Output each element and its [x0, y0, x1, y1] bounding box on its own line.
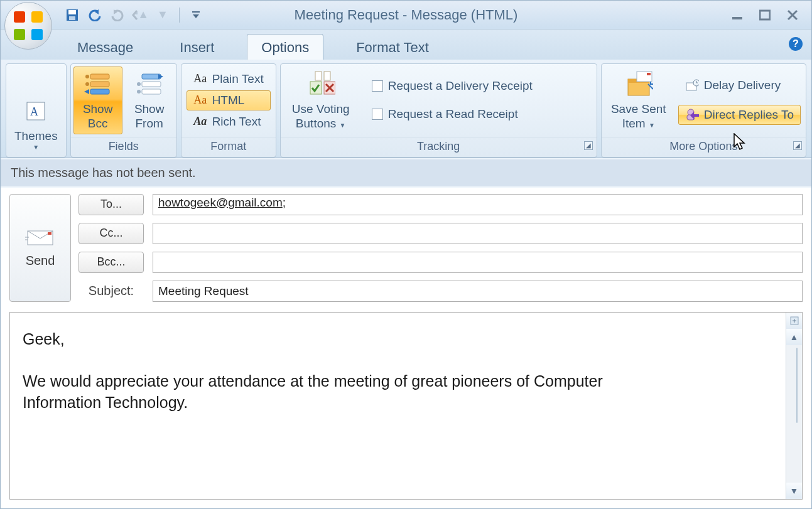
- html-button[interactable]: Aa HTML: [187, 90, 271, 110]
- voting-icon: [306, 70, 335, 99]
- svg-point-13: [85, 75, 89, 78]
- svg-marker-5: [193, 14, 199, 18]
- delay-delivery-label: Delay Delivery: [704, 78, 781, 92]
- direct-replies-to-button[interactable]: Direct Replies To: [678, 105, 801, 125]
- scrollbar-options-icon[interactable]: [786, 313, 802, 329]
- office-logo-icon: [14, 11, 43, 40]
- group-format-label: Format: [181, 137, 276, 157]
- svg-marker-15: [84, 89, 89, 94]
- group-fields: Show Bcc Show From Fields: [70, 63, 177, 158]
- send-envelope-icon: [25, 227, 55, 247]
- request-read-receipt-checkbox[interactable]: Request a Read Receipt: [365, 104, 539, 124]
- delay-delivery-button[interactable]: Delay Delivery: [678, 75, 801, 95]
- direct-replies-icon: [685, 108, 699, 122]
- title-bar: ▲ ▼ Meeting Request - Message (HTML): [1, 1, 811, 29]
- save-sent-icon: [624, 70, 653, 99]
- group-more-options-label: More Options ◢: [602, 137, 806, 157]
- svg-rect-16: [142, 74, 161, 79]
- tab-message[interactable]: Message: [63, 35, 147, 60]
- scroll-thumb[interactable]: [796, 348, 798, 423]
- plain-text-button[interactable]: Aa Plain Text: [187, 69, 271, 89]
- message-body[interactable]: Geek, We would appreciate your attendanc…: [10, 313, 786, 499]
- show-bcc-button[interactable]: Show Bcc: [73, 67, 122, 134]
- help-icon[interactable]: ?: [789, 37, 803, 51]
- save-sent-item-button[interactable]: Save Sent Item ▼: [604, 67, 673, 134]
- request-delivery-receipt-checkbox[interactable]: Request a Delivery Receipt: [365, 76, 539, 96]
- read-receipt-label: Request a Read Receipt: [388, 107, 518, 121]
- to-button[interactable]: To...: [78, 194, 144, 215]
- checkbox-icon: [372, 109, 383, 120]
- group-themes: A Themes ▼: [6, 63, 67, 158]
- html-label: HTML: [212, 94, 245, 107]
- direct-replies-label: Direct Replies To: [704, 108, 794, 122]
- maximize-button[interactable]: [759, 9, 771, 21]
- show-from-button[interactable]: Show From: [125, 67, 174, 134]
- html-icon: Aa: [193, 94, 207, 107]
- message-body-container: Geek, We would appreciate your attendanc…: [9, 312, 803, 500]
- show-bcc-label: Show Bcc: [83, 102, 113, 131]
- bcc-button[interactable]: Bcc...: [78, 252, 144, 273]
- more-options-dialog-launcher[interactable]: ◢: [793, 141, 802, 150]
- svg-rect-6: [732, 17, 742, 19]
- scroll-up-icon[interactable]: ▲: [786, 329, 802, 345]
- ribbon-tabs: Message Insert Options Format Text ?: [1, 29, 811, 60]
- send-button[interactable]: Send: [9, 194, 71, 302]
- prev-item-icon[interactable]: ▲: [131, 6, 149, 24]
- save-sent-label-1: Save Sent: [611, 102, 666, 117]
- subject-field[interactable]: [153, 281, 803, 302]
- rich-text-button[interactable]: Aa Rich Text: [187, 112, 271, 132]
- next-item-icon[interactable]: ▼: [154, 6, 171, 24]
- redo-icon[interactable]: [109, 6, 126, 24]
- body-scrollbar[interactable]: ▲ ▼: [786, 313, 802, 499]
- tab-options[interactable]: Options: [247, 34, 323, 60]
- use-voting-buttons-button[interactable]: Use Voting Buttons ▼: [283, 67, 359, 134]
- tab-insert[interactable]: Insert: [166, 35, 228, 60]
- undo-icon[interactable]: [86, 6, 104, 24]
- voting-label-1: Use Voting: [292, 102, 350, 117]
- to-field[interactable]: howtogeek@gmail.com;: [153, 194, 803, 215]
- group-format: Aa Plain Text Aa HTML Aa Rich Text Forma…: [181, 63, 276, 158]
- delay-delivery-icon: [685, 78, 699, 92]
- scroll-down-icon[interactable]: ▼: [786, 483, 802, 499]
- checkbox-icon: [372, 80, 383, 92]
- plain-text-icon: Aa: [193, 72, 207, 86]
- qat-menu-icon[interactable]: [187, 6, 205, 24]
- svg-rect-2: [69, 16, 75, 20]
- tracking-dialog-launcher[interactable]: ◢: [584, 141, 593, 150]
- show-bcc-icon: [84, 70, 112, 99]
- window-controls: [731, 9, 811, 21]
- svg-rect-17: [142, 82, 161, 87]
- svg-point-14: [85, 82, 89, 86]
- subject-label: Subject:: [78, 284, 144, 298]
- save-icon[interactable]: [63, 6, 81, 24]
- rich-text-label: Rich Text: [212, 115, 261, 129]
- office-button[interactable]: [4, 2, 52, 50]
- body-line-2: We would appreciate your attendance at t…: [23, 371, 682, 414]
- svg-rect-4: [192, 11, 200, 13]
- minimize-button[interactable]: [731, 9, 744, 21]
- bcc-field[interactable]: [153, 252, 803, 273]
- svg-point-20: [137, 82, 141, 86]
- svg-text:A: A: [30, 105, 38, 118]
- group-tracking-label: Tracking ◢: [281, 137, 597, 157]
- close-button[interactable]: [786, 9, 799, 21]
- to-value: howtogeek@gmail.com: [158, 196, 283, 209]
- group-fields-label: Fields: [71, 137, 176, 157]
- group-tracking-label-text: Tracking: [417, 140, 460, 153]
- group-more-options-label-text: More Options: [669, 140, 737, 153]
- group-more-options: Save Sent Item ▼ Delay Delivery Direct R…: [601, 63, 806, 158]
- status-message: This message has not been sent.: [1, 158, 811, 188]
- dropdown-icon: ▼: [33, 144, 39, 151]
- cc-field[interactable]: [153, 223, 803, 244]
- plain-text-label: Plain Text: [212, 72, 264, 86]
- svg-rect-11: [90, 82, 109, 87]
- message-header: Send To... howtogeek@gmail.com; Cc... Bc…: [1, 188, 811, 306]
- cc-button[interactable]: Cc...: [78, 223, 144, 244]
- tab-format-text[interactable]: Format Text: [342, 35, 443, 60]
- svg-rect-10: [90, 74, 109, 79]
- to-suffix: ;: [283, 196, 286, 209]
- ribbon: A Themes ▼ Show Bcc Show From Fields: [1, 60, 811, 158]
- dropdown-icon: ▼: [649, 122, 655, 129]
- bcc-button-label: Bcc...: [97, 255, 125, 269]
- themes-button[interactable]: A Themes ▼: [9, 67, 63, 154]
